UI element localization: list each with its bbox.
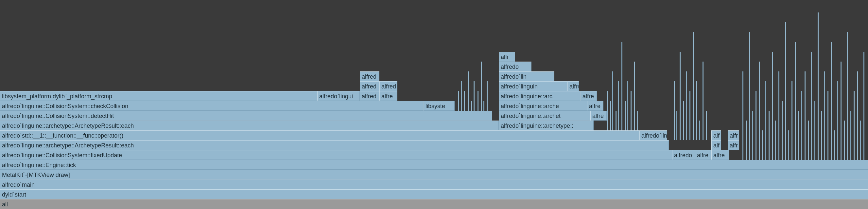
flame-frame-thin[interactable] xyxy=(693,91,694,101)
flame-frame-thin[interactable] xyxy=(837,150,838,160)
flame-frame-thin[interactable] xyxy=(847,150,848,160)
flame-frame-thin[interactable] xyxy=(759,111,760,121)
flame-frame-thin[interactable] xyxy=(759,81,760,91)
flame-frame-thin[interactable] xyxy=(689,111,690,121)
flame-frame-thin[interactable] xyxy=(630,121,631,130)
flame-frame-thin[interactable] xyxy=(818,42,818,52)
flame-frame-thin[interactable] xyxy=(772,52,773,61)
flame-frame-thin[interactable] xyxy=(765,101,766,111)
flame-frame-thin[interactable] xyxy=(860,130,861,140)
flame-frame-thin[interactable] xyxy=(863,101,864,111)
flame-frame-thin[interactable] xyxy=(792,140,793,150)
flame-frame-thin[interactable] xyxy=(468,81,469,91)
flame-frame-thin[interactable] xyxy=(778,140,779,150)
flamegraph[interactable]: alldyld`startalfredo`mainMetalKit`-[MTKV… xyxy=(0,0,868,209)
flame-frame-thin[interactable] xyxy=(850,130,851,140)
flame-frame-thin[interactable] xyxy=(785,42,786,52)
flame-frame-thin[interactable] xyxy=(686,72,687,81)
flame-frame-thin[interactable] xyxy=(481,101,482,111)
flame-frame-thin[interactable] xyxy=(778,150,779,160)
flame-frame-thin[interactable] xyxy=(618,91,619,101)
flame-frame[interactable]: alfredo`linguine::CollisionSystem::check… xyxy=(0,101,424,111)
flame-frame-thin[interactable] xyxy=(850,111,851,121)
flame-frame-thin[interactable] xyxy=(782,150,783,160)
flame-frame-thin[interactable] xyxy=(689,130,690,140)
flame-frame-thin[interactable] xyxy=(782,121,783,130)
flame-frame-thin[interactable] xyxy=(840,81,841,91)
flame-frame-thin[interactable] xyxy=(805,140,806,150)
flame-frame-thin[interactable] xyxy=(844,150,845,160)
flame-frame-thin[interactable] xyxy=(680,101,681,111)
flame-frame-thin[interactable] xyxy=(618,121,619,130)
flame-frame-thin[interactable] xyxy=(850,140,851,150)
flame-frame-thin[interactable] xyxy=(693,42,694,52)
flame-frame-thin[interactable] xyxy=(612,101,613,111)
flame-frame-thin[interactable] xyxy=(607,121,608,130)
flame-frame-thin[interactable] xyxy=(674,81,675,91)
flame-frame-thin[interactable] xyxy=(742,72,743,81)
flame-frame-thin[interactable] xyxy=(818,72,818,81)
flame-frame-thin[interactable] xyxy=(693,81,694,91)
flame-frame-thin[interactable] xyxy=(860,150,861,160)
flame-frame-thin[interactable] xyxy=(461,101,462,111)
flame-frame-thin[interactable] xyxy=(630,111,631,121)
flame-frame-thin[interactable] xyxy=(477,101,478,111)
flame-frame-thin[interactable] xyxy=(808,130,809,140)
flame-frame-thin[interactable] xyxy=(814,121,815,130)
flame-frame-thin[interactable] xyxy=(612,81,613,91)
flame-frame-thin[interactable] xyxy=(863,81,864,91)
flame-frame-thin[interactable] xyxy=(683,101,684,111)
flame-frame-thin[interactable] xyxy=(746,140,747,150)
flame-frame-thin[interactable] xyxy=(618,111,619,121)
flame-frame-thin[interactable] xyxy=(863,150,864,160)
flame-frame-thin[interactable] xyxy=(674,121,675,130)
flame-frame-thin[interactable] xyxy=(706,121,707,130)
flame-frame-thin[interactable] xyxy=(481,81,482,91)
flame-frame-thin[interactable] xyxy=(696,121,697,130)
flame-frame-thin[interactable] xyxy=(778,101,779,111)
flame-frame-thin[interactable] xyxy=(778,111,779,121)
flame-frame[interactable]: alfredo`linguine::archetype::Arch xyxy=(640,130,667,140)
flame-frame-thin[interactable] xyxy=(752,130,753,140)
flame-frame-thin[interactable] xyxy=(674,91,675,101)
flame-frame-thin[interactable] xyxy=(863,52,864,61)
flame-frame-thin[interactable] xyxy=(785,32,786,42)
flame-frame-thin[interactable] xyxy=(693,61,694,72)
flame-frame-thin[interactable] xyxy=(785,72,786,81)
flame-frame-thin[interactable] xyxy=(625,101,626,111)
flame-frame-thin[interactable] xyxy=(840,101,841,111)
flame-frame-thin[interactable] xyxy=(746,150,747,160)
flame-frame-thin[interactable] xyxy=(686,91,687,101)
flame-frame-thin[interactable] xyxy=(634,61,635,72)
flame-frame-thin[interactable] xyxy=(837,91,838,101)
flame-frame-thin[interactable] xyxy=(847,140,848,150)
flame-frame-thin[interactable] xyxy=(612,91,613,101)
flame-frame-thin[interactable] xyxy=(863,140,864,150)
flame-frame[interactable]: alfredo`std::__1::__function::__func::op… xyxy=(0,130,640,140)
flame-frame-thin[interactable] xyxy=(775,121,776,130)
flame-frame-thin[interactable] xyxy=(461,91,462,101)
flame-frame-thin[interactable] xyxy=(680,72,681,81)
flame-frame[interactable]: alfredo`linguine::archetype:: xyxy=(499,121,594,130)
flame-frame-thin[interactable] xyxy=(772,140,773,150)
flame-frame-thin[interactable] xyxy=(785,101,786,111)
flame-frame-thin[interactable] xyxy=(785,121,786,130)
flame-frame-thin[interactable] xyxy=(693,32,694,42)
flame-frame-thin[interactable] xyxy=(693,52,694,61)
flame-frame[interactable]: libsyste xyxy=(424,101,455,111)
flame-frame[interactable]: alfredo`linguine::CollisionSystem::detec… xyxy=(0,111,492,121)
flame-frame-thin[interactable] xyxy=(481,72,482,81)
flame-frame-thin[interactable] xyxy=(749,111,750,121)
flame-frame-thin[interactable] xyxy=(854,150,855,160)
flame-frame-thin[interactable] xyxy=(857,140,858,150)
flame-frame-thin[interactable] xyxy=(837,111,838,121)
flame-frame-thin[interactable] xyxy=(468,91,469,101)
flame-frame-thin[interactable] xyxy=(811,150,812,160)
flame-frame-thin[interactable] xyxy=(831,91,832,101)
flame-frame-thin[interactable] xyxy=(676,130,677,140)
flame-frame-thin[interactable] xyxy=(811,140,812,150)
flame-frame[interactable]: all xyxy=(0,199,868,209)
flame-frame-thin[interactable] xyxy=(477,91,478,101)
flame-frame-thin[interactable] xyxy=(772,150,773,160)
flame-frame-thin[interactable] xyxy=(844,130,845,140)
